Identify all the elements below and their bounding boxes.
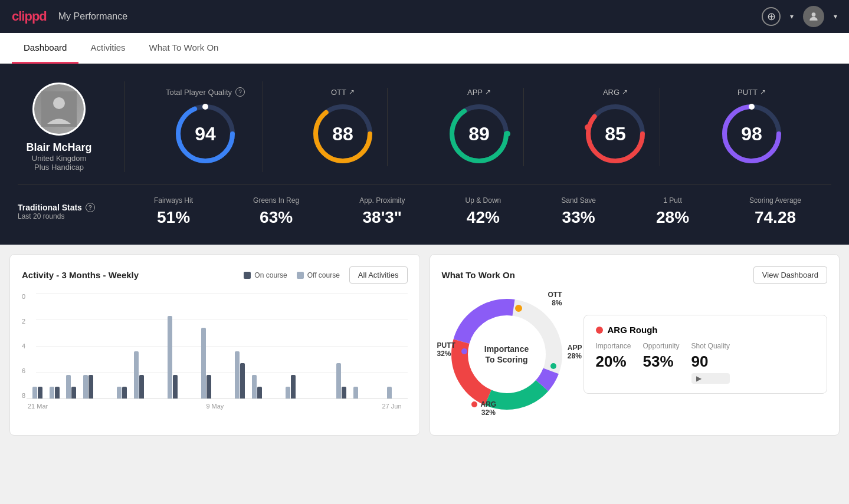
player-name: Blair McHarg (26, 141, 91, 154)
bar-off-8 (168, 316, 172, 398)
bar-off-12 (235, 351, 240, 398)
stat-updown-value: 42% (467, 208, 500, 227)
legend-on-course-dot (244, 272, 251, 279)
stat-1putt-value: 28% (656, 208, 689, 227)
bar-on-2 (71, 387, 76, 398)
trad-stats-info-icon[interactable]: ? (86, 203, 95, 212)
bar-on-12 (240, 363, 245, 398)
user-avatar[interactable] (803, 6, 824, 27)
what-content: ImportanceTo Scoring OTT 8% APP 28% ARG … (442, 289, 828, 419)
detail-opportunity: Opportunity 53% (643, 342, 680, 384)
bar-on-18 (342, 387, 346, 398)
detail-card-title: ARG Rough (596, 325, 815, 335)
tab-activities[interactable]: Activities (78, 33, 137, 64)
stat-greens-value: 63% (260, 208, 293, 227)
bar-on-0 (38, 387, 42, 398)
view-dashboard-button[interactable]: View Dashboard (753, 266, 827, 284)
total-quality: Total Player Quality ? 94 (148, 81, 263, 172)
app-value: 89 (468, 123, 490, 144)
stat-scoring-label: Scoring Average (749, 196, 801, 205)
bar-on-10 (206, 375, 211, 398)
app-trend: ↗ (485, 88, 491, 96)
tab-what-to-work-on[interactable]: What To Work On (137, 33, 231, 64)
stat-greens: Greens In Reg 63% (253, 196, 299, 227)
bar-group-13 (252, 375, 267, 398)
bar-on-1 (55, 387, 60, 398)
score-arg: ARG ↗ 85 (571, 88, 660, 166)
stat-greens-label: Greens In Reg (253, 196, 299, 205)
all-activities-button[interactable]: All Activities (349, 266, 408, 284)
stat-proximity: App. Proximity 38'3" (359, 196, 405, 227)
tab-dashboard[interactable]: Dashboard (12, 33, 78, 64)
bar-off-6 (134, 351, 139, 398)
seg-label-arg: ARG 32% (481, 400, 497, 417)
header-right: ⊕ ▾ ▾ (762, 6, 837, 27)
header-title: My Performance (58, 11, 127, 22)
header: clippd My Performance ⊕ ▾ ▾ (0, 0, 849, 33)
bar-off-2 (66, 375, 71, 398)
bar-off-18 (336, 363, 341, 398)
ott-value: 88 (332, 123, 353, 144)
ott-circle: 88 (310, 101, 375, 166)
score-app: APP ↗ 89 (435, 88, 524, 166)
hero-section: Blair McHarg United Kingdom Plus Handica… (0, 64, 849, 245)
bar-group-1 (50, 387, 64, 398)
putt-label: PUTT ↗ (737, 88, 766, 97)
app-label: APP ↗ (467, 88, 491, 97)
detail-opportunity-label: Opportunity (643, 342, 680, 350)
chart-with-y: 8 6 4 2 0 (22, 293, 408, 399)
detail-card: ARG Rough Importance 20% Opportunity 53%… (584, 315, 828, 394)
detail-shot-quality-badge: ▶ (691, 373, 730, 384)
svg-point-16 (749, 104, 755, 110)
bar-off-5 (117, 387, 122, 398)
seg-label-ott: OTT 8% (548, 291, 562, 307)
bar-group-3 (83, 375, 98, 398)
bar-off-13 (252, 375, 257, 398)
svg-point-23 (550, 363, 556, 369)
stat-scoring: Scoring Average 74.28 (749, 196, 801, 227)
stat-fairways-label: Fairways Hit (154, 196, 193, 205)
bar-group-15 (286, 375, 300, 398)
stat-scoring-value: 74.28 (755, 208, 796, 227)
svg-point-22 (515, 305, 522, 312)
bar-group-2 (66, 375, 81, 398)
svg-point-2 (53, 97, 65, 109)
player-avatar-image (41, 91, 77, 127)
what-card-header: What To Work On View Dashboard (442, 266, 828, 284)
hero-top: Blair McHarg United Kingdom Plus Handica… (18, 81, 831, 172)
activity-chart-title: Activity - 3 Months - Weekly (22, 270, 139, 280)
svg-point-13 (585, 124, 591, 130)
player-country: United Kingdom (32, 154, 87, 163)
trad-stats-row: Fairways Hit 51% Greens In Reg 63% App. … (124, 196, 831, 227)
detail-shot-quality: Shot Quality 90 ▶ (691, 342, 730, 384)
total-quality-label: Total Player Quality ? (166, 87, 245, 97)
chart-x-labels: 21 Mar 9 May 27 Jun (22, 399, 408, 410)
stat-sandsave-label: Sand Save (561, 196, 596, 205)
stat-proximity-label: App. Proximity (359, 196, 405, 205)
svg-point-24 (471, 401, 477, 407)
plus-icon: ⊕ (767, 10, 776, 23)
avatar-icon (808, 11, 820, 22)
user-dropdown-chevron[interactable]: ▾ (834, 12, 837, 21)
detail-importance-label: Importance (596, 342, 631, 350)
bar-group-10 (201, 328, 216, 398)
svg-point-5 (202, 104, 208, 110)
total-quality-info-icon[interactable]: ? (235, 87, 245, 97)
bar-off-19 (353, 387, 358, 398)
stat-sandsave: Sand Save 33% (561, 196, 596, 227)
add-dropdown-chevron[interactable]: ▾ (790, 12, 794, 21)
player-avatar (32, 83, 86, 136)
seg-label-putt: PUTT 32% (437, 341, 455, 358)
score-ott: OTT ↗ 88 (299, 88, 388, 166)
bar-group-12 (235, 351, 250, 398)
bar-on-6 (139, 375, 144, 398)
add-button[interactable]: ⊕ (762, 7, 781, 26)
trad-stats-title: Traditional Stats ? (18, 203, 124, 212)
arg-trend: ↗ (622, 88, 628, 96)
legend-off-course: Off course (297, 271, 340, 279)
bar-group-19 (353, 387, 368, 398)
legend-off-course-dot (297, 272, 304, 279)
importance-donut: ImportanceTo Scoring OTT 8% APP 28% ARG … (442, 289, 572, 419)
player-handicap: Plus Handicap (34, 163, 84, 172)
traditional-stats: Traditional Stats ? Last 20 rounds Fairw… (18, 184, 831, 227)
